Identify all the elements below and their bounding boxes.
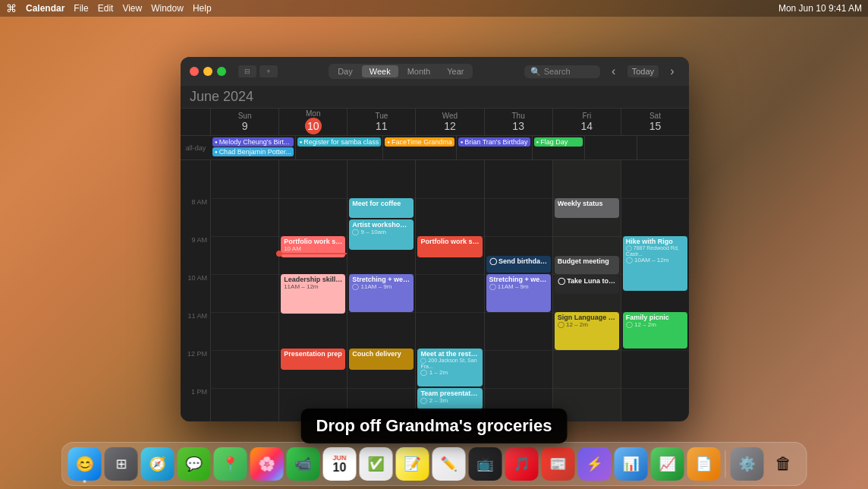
cal-event[interactable]: Stretching + weights ◯ 11AM – 9m [349, 274, 414, 312]
cal-event[interactable]: Budget meeting [555, 256, 619, 274]
time-label-9am: 9 AM [181, 235, 211, 273]
allday-label: all-day [181, 136, 211, 159]
dock-icon-photos[interactable]: 🌸 [250, 447, 284, 481]
dock: 😊 ⊞ 🧭 💬 📍 🌸 📹 JUN 10 ✅ 📝 ✏️ 📺 🎵 📰 ⚡ [61, 442, 807, 486]
apple-menu[interactable]: ⌘ [6, 2, 17, 14]
time-area[interactable]: 8 AM 9 AM 10 AM 11 AM 12 PM 1 PM 2 PM 3 … [181, 160, 689, 421]
cal-event[interactable]: Portfolio work session [417, 236, 482, 257]
allday-event[interactable]: Brian Tran's Birthday [458, 137, 530, 147]
menubar: ⌘ Calendar File Edit View Window Help Mo… [0, 0, 868, 17]
menu-view[interactable]: View [122, 3, 142, 14]
traffic-lights [190, 67, 226, 76]
allday-event[interactable]: FaceTime Grandma [385, 137, 454, 147]
tab-day[interactable]: Day [330, 65, 360, 77]
days-container: Sun 9 Mon 10 Tue 11 Wed 12 Thu 13 [181, 109, 689, 421]
day-col-mon: Portfolio work session 10 AM Leadership … [279, 160, 348, 421]
time-label-12pm: 12 PM [181, 349, 211, 386]
allday-cell-tue: FaceTime Grandma [383, 136, 456, 159]
dock-icon-launchpad[interactable]: ⊞ [105, 447, 138, 481]
allday-event[interactable]: Chad Benjamin Potter... [212, 147, 294, 156]
today-button[interactable]: Today [627, 65, 659, 77]
dock-icon-freeform[interactable]: ✏️ [432, 447, 466, 481]
cal-event[interactable]: Hike with Rigo ◯ 7887 Redwood Rd, Castr.… [623, 236, 687, 291]
dock-icon-tv[interactable]: 📺 [469, 447, 502, 481]
time-label [181, 160, 211, 197]
dock-icon-trash[interactable]: 🗑 [767, 447, 800, 481]
cal-event[interactable]: Family picnic ◯ 12 – 2m [623, 312, 687, 349]
dock-icon-numbers[interactable]: 📈 [651, 447, 684, 481]
cal-event[interactable]: Stretching + weights ◯ 11AM – 9m [486, 274, 551, 312]
cal-event[interactable]: Weekly status [555, 198, 619, 218]
day-header-sun: Sun 9 [211, 109, 279, 135]
menu-window[interactable]: Window [151, 3, 184, 14]
event-tooltip: Drop off Grandma's groceries [301, 409, 568, 443]
allday-cell-wed: Brian Tran's Birthday [457, 136, 533, 159]
allday-event[interactable]: Register for samba class [297, 137, 382, 147]
dock-icon-reminders[interactable]: ✅ [360, 447, 393, 481]
dock-icon-finder[interactable]: 😊 [68, 447, 102, 481]
title-bar: ⊟ + Day Week Month Year 🔍 Search ‹ Today… [181, 57, 689, 86]
day-header-mon: Mon 10 [279, 109, 348, 135]
day-header-tue: Tue 11 [348, 109, 416, 135]
time-labels: 8 AM 9 AM 10 AM 11 AM 12 PM 1 PM 2 PM 3 … [181, 160, 211, 421]
day-header-wed: Wed 12 [416, 109, 484, 135]
dock-icon-shortcuts[interactable]: ⚡ [578, 447, 612, 481]
cal-event[interactable]: Team presentation ◯ 2 – 3m [417, 388, 482, 409]
title-bar-right: 🔍 Search ‹ Today › [524, 64, 680, 79]
title-bar-buttons: ⊟ + [238, 65, 278, 77]
menu-file[interactable]: File [74, 3, 88, 14]
day-col-wed: Portfolio work session Meet at the resta… [416, 160, 484, 421]
title-bar-center: Day Week Month Year [284, 64, 518, 79]
tab-month[interactable]: Month [400, 65, 439, 77]
calendar-window: ⊟ + Day Week Month Year 🔍 Search ‹ Today… [181, 57, 689, 421]
day-col-thu: ◯ Send birthday card to A... Stretching … [485, 160, 553, 421]
cal-event[interactable]: Meet at the restaurant ◯ 200 Jackson St,… [417, 349, 482, 386]
allday-event[interactable]: Melody Cheung's Birt... [212, 137, 294, 147]
prev-button[interactable]: ‹ [606, 64, 621, 79]
dock-icon-calendar[interactable]: JUN 10 [323, 447, 357, 481]
next-button[interactable]: › [665, 64, 680, 79]
dock-icon-keynote[interactable]: 📊 [615, 447, 648, 481]
dock-icon-pages[interactable]: 📄 [687, 447, 721, 481]
menu-edit[interactable]: Edit [98, 3, 114, 14]
cal-event[interactable]: Leadership skills workshop 11AM – 12m [281, 274, 345, 314]
app-name[interactable]: Calendar [26, 3, 64, 14]
dock-icon-facetime[interactable]: 📹 [287, 447, 320, 481]
cal-event[interactable]: ◯ Take Luna to the vet [555, 276, 619, 294]
cal-header: June 2024 [181, 86, 689, 109]
dock-icon-messages[interactable]: 💬 [178, 447, 211, 481]
sidebar-toggle[interactable]: ⊟ [238, 65, 256, 77]
add-event-button[interactable]: + [259, 65, 278, 77]
menubar-time: Mon Jun 10 9:41 AM [778, 3, 862, 14]
allday-event[interactable]: Flag Day [534, 137, 583, 147]
dock-icon-news[interactable]: 📰 [542, 447, 575, 481]
minimize-button[interactable] [203, 67, 212, 76]
day-header-sat: Sat 15 [621, 109, 689, 135]
dock-icon-notes[interactable]: 📝 [396, 447, 429, 481]
fullscreen-button[interactable] [217, 67, 226, 76]
time-label-11am: 11 AM [181, 311, 211, 349]
dock-icon-safari[interactable]: 🧭 [141, 447, 175, 481]
day-col-fri: Weekly status Budget meeting ◯ Take Luna… [553, 160, 621, 421]
day-headers: Sun 9 Mon 10 Tue 11 Wed 12 Thu 13 [181, 109, 689, 136]
tab-year[interactable]: Year [439, 65, 471, 77]
close-button[interactable] [190, 67, 199, 76]
view-tabs: Day Week Month Year [329, 64, 473, 79]
search-box[interactable]: 🔍 Search [524, 65, 600, 78]
cal-event[interactable]: Sign Language Club ◯ 12 – 2m [555, 312, 619, 350]
cal-event[interactable]: Artist workshop kickoff! ◯ 9 – 10am [349, 219, 414, 250]
days-grid: Portfolio work session 10 AM Leadership … [211, 160, 689, 421]
allday-cell-thu: Flag Day [533, 136, 585, 159]
menubar-left: ⌘ Calendar File Edit View Window Help [6, 2, 212, 14]
allday-row: all-day Melody Cheung's Birt... Chad Ben… [181, 136, 689, 160]
menu-help[interactable]: Help [193, 3, 212, 14]
dock-icon-maps[interactable]: 📍 [214, 447, 247, 481]
dock-icon-systemsettings[interactable]: ⚙️ [731, 447, 764, 481]
cal-event[interactable]: Presentation prep [281, 349, 345, 370]
cal-event[interactable]: Couch delivery [349, 349, 414, 370]
cal-event[interactable]: Meet for coffee [349, 198, 414, 218]
dock-icon-music[interactable]: 🎵 [505, 447, 539, 481]
cal-event[interactable]: ◯ Send birthday card to A... [486, 256, 551, 273]
tab-week[interactable]: Week [362, 65, 398, 77]
time-label-10am: 10 AM [181, 273, 211, 311]
